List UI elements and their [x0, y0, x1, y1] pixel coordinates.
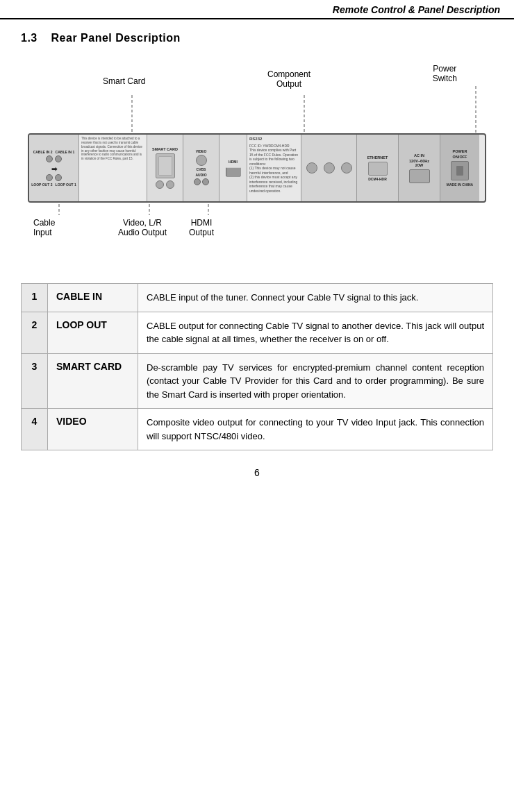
row-number: 1: [22, 284, 48, 312]
row-name: CABLE IN: [48, 284, 138, 312]
label-component-output: Component Output: [267, 69, 310, 89]
table-row: 3SMART CARDDe-scramble pay TV services f…: [22, 353, 493, 409]
row-number: 4: [22, 409, 48, 450]
comp-pr-port: [341, 162, 352, 174]
description-table: 1CABLE INCABLE input of the tuner. Conne…: [21, 283, 493, 450]
cable-in2-port: [46, 155, 53, 162]
panel-hdmi-segment: HDMI: [219, 135, 247, 201]
row-name: SMART CARD: [48, 353, 138, 409]
video-port: [196, 155, 207, 166]
page-number: 6: [21, 467, 493, 478]
panel-video-audio-segment: VIDEO CVBS AUDIO: [183, 135, 219, 201]
label-video-audio: Video, L/R Audio Output: [118, 218, 167, 237]
row-number: 3: [22, 353, 48, 409]
label-hdmi-output: HDMI Output: [189, 218, 214, 237]
rear-panel-diagram: Smart Card Component Output Power Switch…: [21, 57, 493, 272]
audio-l-port: [194, 178, 201, 185]
table-row: 4VIDEOComposite video output for connect…: [22, 409, 493, 450]
table-row: 2LOOP OUTCABLE output for connecting Cab…: [22, 312, 493, 353]
panel-component-segment: [301, 135, 357, 201]
page-header: Remote Control & Panel Description: [0, 0, 514, 19]
table-row: 1CABLE INCABLE input of the tuner. Conne…: [22, 284, 493, 312]
panel-ethernet-segment: ETHERNET DCM4-HDR: [357, 135, 399, 201]
row-description: Composite video output for connecting to…: [138, 409, 493, 450]
comp-pb-port: [324, 162, 335, 174]
row-description: CABLE output for connecting Cable TV sig…: [138, 312, 493, 353]
cable-in1-port: [55, 155, 62, 162]
header-title: Remote Control & Panel Description: [333, 4, 500, 15]
row-description: CABLE input of the tuner. Connect your C…: [138, 284, 493, 312]
row-name: VIDEO: [48, 409, 138, 450]
audio-r-port: [202, 178, 209, 185]
panel-ac-power-segment: AC IN 120V~60Hz 20W: [399, 135, 440, 201]
panel-cable-segment: CABLE IN 2 CABLE IN 1 ➡ LOOP OUT 2 LOOP …: [29, 135, 79, 201]
loop-out2-port: [46, 174, 53, 181]
section-title: 1.3 Rear Panel Description: [21, 32, 493, 44]
loop-out1-port: [55, 174, 62, 181]
label-smart-card: Smart Card: [103, 76, 145, 86]
panel-rs232-segment: RS232 FCC ID: YWRDCM4-HDR This device co…: [247, 135, 301, 201]
panel-smart-card-segment: SMART CARD: [147, 135, 183, 201]
rear-panel-box: CABLE IN 2 CABLE IN 1 ➡ LOOP OUT 2 LOOP …: [28, 133, 486, 203]
label-cable-input: Cable Input: [33, 218, 55, 237]
row-name: LOOP OUT: [48, 312, 138, 353]
comp-y-port: [306, 162, 317, 174]
row-number: 2: [22, 312, 48, 353]
panel-info-text: This device is intended to be attached t…: [79, 135, 147, 201]
panel-power-switch-segment: POWER ON/OFF MADE IN CHINA: [440, 135, 479, 201]
label-power-switch: Power Switch: [433, 64, 457, 83]
row-description: De-scramble pay TV services for encrypte…: [138, 353, 493, 409]
